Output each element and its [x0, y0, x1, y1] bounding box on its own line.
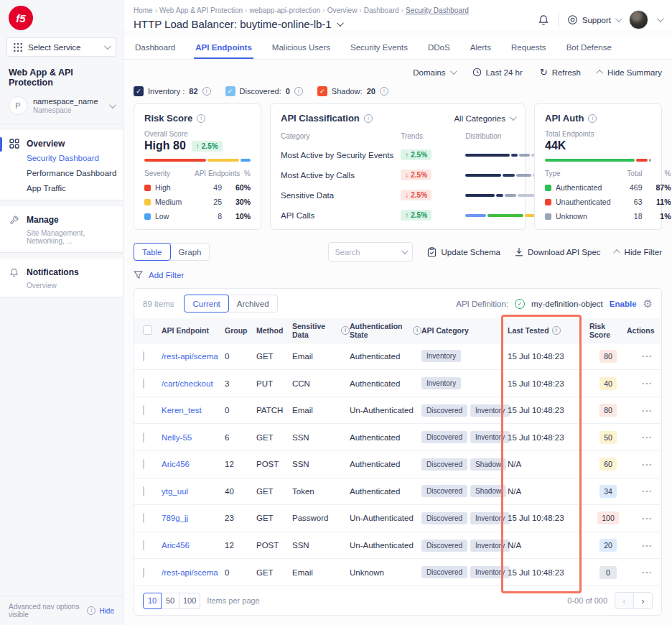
tab-requests[interactable]: Requests [510, 37, 548, 59]
endpoint-link[interactable]: /rest-api/scema [162, 352, 225, 361]
sidebar-section-notifications: Notifications Overview [0, 259, 123, 297]
row-checkbox[interactable] [143, 540, 144, 550]
domains-dropdown[interactable]: Domains [413, 68, 454, 77]
endpoint-link[interactable]: ytg_uul [162, 487, 225, 496]
endpoint-link[interactable]: Aric456 [162, 541, 225, 550]
search-combobox[interactable] [328, 242, 413, 261]
row-actions-menu[interactable]: ••• [627, 461, 653, 468]
f5-logo[interactable]: f5 [9, 6, 33, 30]
col-last-tested[interactable]: Last Tested [508, 326, 589, 335]
time-range-picker[interactable]: Last 24 hr [472, 68, 523, 77]
sidebar-item-performance-dashboard[interactable]: Performance Dashboard [27, 169, 123, 177]
gear-icon[interactable]: ⚙ [643, 298, 653, 309]
breadcrumb-waap[interactable]: Web App & API Protection [159, 6, 247, 14]
row-checkbox[interactable] [143, 513, 144, 523]
tab-bot-defense[interactable]: Bot Defense [565, 37, 613, 59]
chevron-down-icon[interactable] [337, 19, 344, 27]
filter-discovered[interactable]: Discovered:0 [225, 86, 303, 96]
tab-security-events[interactable]: Security Events [349, 37, 409, 59]
row-actions-menu[interactable]: ••• [627, 515, 653, 522]
row-actions-menu[interactable]: ••• [627, 353, 653, 359]
chevron-down-icon[interactable] [657, 15, 664, 22]
enable-button[interactable]: Enable [610, 300, 637, 308]
tab-dashboard[interactable]: Dashboard [134, 37, 177, 59]
update-schema-button[interactable]: Update Schema [427, 247, 500, 257]
select-service-dropdown[interactable]: Select Service [6, 37, 116, 57]
endpoint-link[interactable]: /cart/checkout [162, 379, 225, 388]
hide-filter-button[interactable]: Hide Filter [615, 248, 662, 256]
sidebar-item-app-traffic[interactable]: App Traffic [27, 184, 123, 193]
sidebar-item-security-dashboard[interactable]: Security Dashboard [27, 154, 123, 162]
legend-swatch [144, 213, 151, 220]
refresh-button[interactable]: ↻ Refresh [540, 68, 581, 77]
hide-summary-button[interactable]: Hide Summary [598, 68, 662, 77]
current-tab[interactable]: Current [184, 295, 228, 312]
all-categories-dropdown[interactable]: All Categories [454, 114, 515, 123]
chevron-down-icon [104, 42, 111, 50]
sidebar-item-manage[interactable]: Manage [0, 213, 123, 227]
row-checkbox[interactable] [143, 432, 144, 443]
select-all-checkbox[interactable] [143, 325, 152, 335]
auth-count: 469 [615, 183, 642, 192]
tab-alerts[interactable]: Alerts [469, 37, 493, 59]
filter-shadow[interactable]: Shadow:20 [317, 86, 388, 96]
checkbox-checked-icon[interactable] [225, 86, 235, 96]
page-size-100[interactable]: 100 [179, 593, 200, 609]
download-api-spec-button[interactable]: Download API Spec [515, 247, 601, 256]
support-menu[interactable]: Support [567, 14, 620, 25]
filter-inventory[interactable]: Inventory :82 [134, 86, 211, 96]
row-actions-menu[interactable]: ••• [627, 542, 653, 549]
prev-page-button[interactable]: ‹ [615, 592, 634, 609]
col-risk-score[interactable]: Risk Score [589, 322, 627, 339]
breadcrumb-home[interactable]: Home [134, 6, 157, 14]
row-actions-menu[interactable]: ••• [627, 380, 653, 386]
col-group[interactable]: Group [225, 326, 256, 335]
breadcrumb-overview[interactable]: Overview [327, 6, 362, 14]
endpoint-link[interactable]: /rest-api/scema [162, 568, 225, 577]
search-input[interactable] [335, 248, 397, 256]
tab-malicious-users[interactable]: Malicious Users [271, 37, 332, 59]
col-method[interactable]: Method [256, 326, 292, 335]
graph-view-button[interactable]: Graph [170, 243, 210, 261]
row-checkbox[interactable] [143, 351, 144, 361]
tab-api-endpoints[interactable]: API Endpoints [194, 37, 253, 59]
sidebar-item-notifications[interactable]: Notifications [0, 265, 123, 279]
sidebar-item-overview[interactable]: Overview [0, 136, 123, 151]
notification-bell-button[interactable] [538, 14, 549, 26]
archived-tab[interactable]: Archived [228, 295, 278, 312]
row-actions-menu[interactable]: ••• [627, 434, 653, 440]
namespace-selector[interactable]: P namespace_name Namespace [0, 91, 123, 124]
col-api-category[interactable]: API Category [421, 326, 508, 335]
row-checkbox[interactable] [143, 379, 144, 389]
row-actions-menu[interactable]: ••• [627, 569, 653, 575]
api-definition-value[interactable]: my-definition-object [531, 300, 603, 308]
endpoint-link[interactable]: 789g_jj [162, 514, 225, 522]
endpoint-link[interactable]: Aric456 [162, 460, 225, 468]
breadcrumb-security-dashboard[interactable]: Security Dashboard [406, 6, 469, 14]
info-icon [364, 114, 373, 123]
add-filter-button[interactable]: Add Filter [149, 271, 184, 279]
endpoint-link[interactable]: Keren_test [162, 406, 225, 415]
page-size-10[interactable]: 10 [143, 593, 162, 609]
tab-ddos[interactable]: DDoS [426, 37, 452, 59]
endpoint-link[interactable]: Nelly-55 [162, 433, 225, 442]
checkbox-checked-icon[interactable] [134, 86, 144, 96]
row-actions-menu[interactable]: ••• [627, 488, 653, 494]
row-checkbox[interactable] [143, 405, 144, 415]
row-actions-menu[interactable]: ••• [627, 407, 653, 414]
breadcrumb-dashboard[interactable]: Dashboard [364, 6, 403, 14]
checkbox-checked-icon[interactable] [317, 86, 327, 96]
hide-nav-link[interactable]: Hide [99, 607, 114, 615]
breadcrumb-webapp-api-protection[interactable]: webapp-api-protection [249, 6, 325, 14]
row-checkbox[interactable] [143, 568, 144, 578]
col-api-endpoint[interactable]: API Endpoint [162, 326, 225, 335]
col-authentication-state[interactable]: Authentication State [350, 322, 421, 339]
page-size-50[interactable]: 50 [161, 593, 179, 609]
user-avatar[interactable] [629, 10, 648, 29]
row-checkbox[interactable] [143, 486, 144, 496]
col-sensitive-data[interactable]: Sensitive Data [292, 322, 350, 339]
next-page-button[interactable]: › [633, 592, 653, 609]
table-view-button[interactable]: Table [134, 243, 171, 261]
check-circle-icon [515, 299, 525, 309]
row-checkbox[interactable] [143, 459, 144, 469]
